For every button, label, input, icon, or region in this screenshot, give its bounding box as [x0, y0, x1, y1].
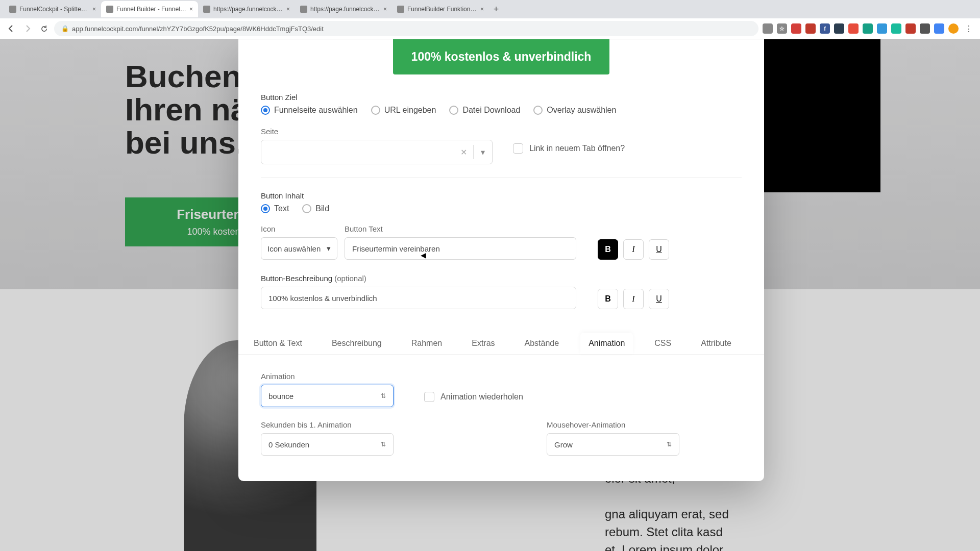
lock-icon: 🔒 — [61, 25, 69, 32]
tab-beschreibung[interactable]: Beschreibung — [324, 333, 390, 354]
icon-label: Icon — [261, 224, 337, 233]
browser-tab[interactable]: FunnelCockpit - Splittests, M × — [4, 1, 101, 17]
tab-favicon — [300, 6, 307, 13]
button-target-radios: Funnelseite auswählen URL eingeben Datei… — [261, 106, 742, 115]
close-icon[interactable]: × — [92, 6, 96, 13]
tab-label: Funnel Builder - FunnelCockpit — [116, 6, 186, 13]
radio-text[interactable]: Text — [261, 204, 289, 213]
close-icon[interactable]: × — [383, 6, 387, 13]
extension-icon[interactable] — [848, 23, 859, 34]
settings-tabs: Button & Text Beschreibung Rahmen Extras… — [238, 333, 764, 354]
tab-animation[interactable]: Animation — [580, 333, 633, 354]
radio-url-eingeben[interactable]: URL eingeben — [371, 106, 436, 115]
tab-favicon — [9, 6, 16, 13]
url-bar[interactable]: 🔒 app.funnelcockpit.com/funnel/zhYZY7bGz… — [54, 21, 758, 36]
radio-icon — [261, 204, 270, 213]
tab-button-text[interactable]: Button & Text — [246, 333, 310, 354]
extension-icon[interactable] — [905, 23, 916, 34]
chevron-down-icon[interactable]: ▾ — [474, 147, 492, 157]
extension-icon[interactable] — [863, 23, 873, 34]
bold-button[interactable]: B — [598, 289, 618, 309]
close-icon[interactable]: × — [286, 6, 290, 13]
tab-favicon — [106, 6, 113, 13]
checkbox-icon — [513, 143, 523, 154]
radio-datei-download[interactable]: Datei Download — [449, 106, 520, 115]
browser-tab[interactable]: Funnel Builder - FunnelCockpit × — [101, 1, 198, 17]
hover-animation-label: Mousehover-Animation — [547, 420, 679, 429]
animation-label: Animation — [261, 372, 394, 381]
chevron-up-down-icon: ⇅ — [381, 441, 386, 448]
new-tab-button[interactable]: + — [489, 2, 503, 16]
underline-button[interactable]: U — [649, 239, 669, 260]
button-content-radios: Text Bild — [261, 204, 742, 213]
icon-select[interactable]: Icon auswählen ▾ — [261, 237, 337, 260]
browser-tab[interactable]: https://page.funnelcockpit.co × — [295, 1, 392, 17]
divider — [261, 178, 742, 178]
chevron-up-down-icon: ⇅ — [667, 441, 672, 448]
desc-controls-row: Button-Beschreibung (optional) B I U — [261, 274, 742, 309]
hover-animation-select[interactable]: Grow ⇅ — [547, 433, 679, 456]
radio-icon — [261, 106, 270, 115]
close-icon[interactable]: × — [189, 6, 193, 13]
button-text-label: Button Text — [345, 224, 576, 233]
chevron-up-down-icon: ⇅ — [381, 392, 386, 399]
tab-rahmen[interactable]: Rahmen — [403, 333, 450, 354]
extension-icon[interactable] — [934, 23, 944, 34]
animation-select[interactable]: bounce ⇅ — [261, 385, 394, 407]
extension-icon[interactable] — [763, 23, 773, 34]
radio-icon — [533, 106, 543, 115]
tab-abstaende[interactable]: Abstände — [517, 333, 568, 354]
arrow-left-icon — [7, 24, 15, 33]
checkbox-icon — [424, 392, 434, 402]
back-button[interactable] — [5, 22, 17, 35]
url-text: app.funnelcockpit.com/funnel/zhYZY7bGzgo… — [72, 25, 324, 33]
clear-icon[interactable]: ✕ — [454, 145, 474, 159]
extension-icon[interactable] — [891, 23, 901, 34]
seite-input[interactable] — [261, 148, 454, 157]
new-tab-checkbox[interactable]: Link in neuem Tab öffnen? — [513, 143, 625, 154]
radio-icon — [302, 204, 311, 213]
text-controls-row: Icon Icon auswählen ▾ Button Text B I U — [261, 224, 742, 260]
extension-icon[interactable]: f — [820, 23, 830, 34]
tab-css[interactable]: CSS — [646, 333, 679, 354]
italic-button[interactable]: I — [623, 239, 644, 260]
radio-icon — [371, 106, 380, 115]
extension-icon[interactable] — [834, 23, 844, 34]
extension-icon[interactable]: ☆ — [777, 23, 787, 34]
extension-icon[interactable] — [877, 23, 887, 34]
tab-attribute[interactable]: Attribute — [693, 333, 740, 354]
animation-delay-select[interactable]: 0 Sekunden ⇅ — [261, 433, 394, 456]
profile-avatar[interactable] — [948, 23, 959, 34]
seite-label: Seite — [261, 127, 493, 136]
tab-label: https://page.funnelcockpit.co — [310, 6, 380, 13]
seite-select[interactable]: ✕ ▾ — [261, 140, 493, 164]
bold-button[interactable]: B — [598, 239, 618, 260]
browser-tab[interactable]: https://page.funnelcockpit.co × — [198, 1, 295, 17]
button-text-input[interactable] — [345, 237, 576, 260]
forward-button[interactable] — [21, 22, 34, 35]
animation-panel: Animation bounce ⇅ Animation wiederholen… — [238, 354, 764, 461]
underline-button[interactable]: U — [649, 289, 669, 309]
tab-extras[interactable]: Extras — [463, 333, 503, 354]
extension-icon[interactable] — [920, 23, 930, 34]
arrow-right-icon — [23, 24, 32, 33]
italic-button[interactable]: I — [623, 289, 644, 309]
extension-icon[interactable] — [805, 23, 816, 34]
button-settings-modal: 100% kostenlos & unverbindlich Button Zi… — [238, 39, 764, 481]
browser-chrome: FunnelCockpit - Splittests, M × Funnel B… — [0, 0, 980, 39]
button-desc-input[interactable] — [261, 287, 576, 309]
extension-icon[interactable] — [791, 23, 801, 34]
radio-bild[interactable]: Bild — [302, 204, 329, 213]
chevron-down-icon: ▾ — [327, 244, 331, 253]
animation-repeat-checkbox[interactable]: Animation wiederholen — [424, 392, 523, 402]
button-desc-label: Button-Beschreibung (optional) — [261, 274, 576, 283]
extension-icons: ☆ f ⋮ — [763, 22, 975, 35]
kebab-menu[interactable]: ⋮ — [963, 22, 975, 35]
button-content-label: Button Inhalt — [261, 191, 742, 200]
radio-overlay[interactable]: Overlay auswählen — [533, 106, 616, 115]
close-icon[interactable]: × — [480, 6, 484, 13]
animation-delay-label: Sekunden bis 1. Animation — [261, 420, 394, 429]
reload-button[interactable] — [38, 22, 50, 35]
browser-tab[interactable]: FunnelBuilder Funktionen & E × — [392, 1, 489, 17]
radio-funnelseite[interactable]: Funnelseite auswählen — [261, 106, 358, 115]
